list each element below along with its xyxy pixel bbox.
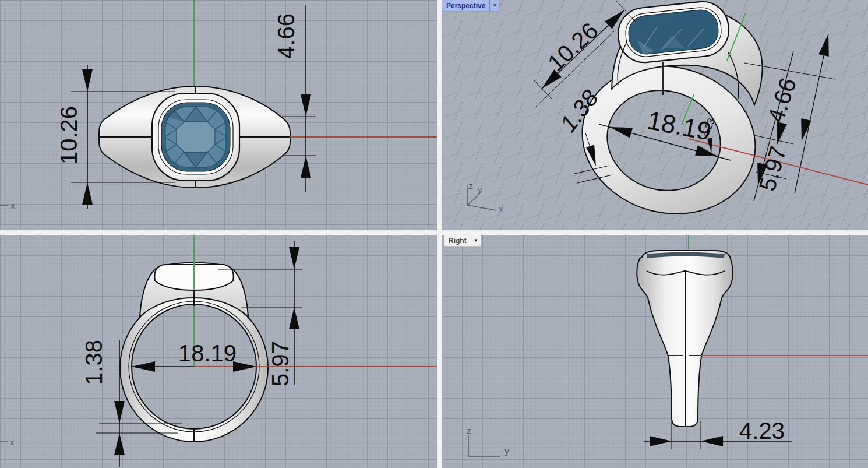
viewport-tab-right[interactable]: Right ▼ xyxy=(444,235,481,247)
viewport-perspective[interactable]: Perspective ▼ xyxy=(442,0,868,230)
viewport-top[interactable]: 10.26 4.66 x xyxy=(0,0,437,230)
axis-label-x: x xyxy=(10,200,15,210)
dim-label-front-inner-diameter: 18.19 xyxy=(178,342,237,365)
axis-label-z: z xyxy=(468,181,473,191)
viewport-tab-label: Perspective xyxy=(442,0,489,11)
dim-label-front-band-thickness: 1.38 xyxy=(82,340,105,385)
dim-label-top-tip-height: 4.66 xyxy=(274,13,298,59)
viewport-tab-label: Right xyxy=(444,235,471,246)
dropdown-arrow-icon[interactable]: ▼ xyxy=(489,0,499,11)
axis-label-x: x xyxy=(499,204,503,214)
axis-gizmo xyxy=(468,435,500,456)
dropdown-arrow-icon[interactable]: ▼ xyxy=(471,235,481,246)
viewport-right[interactable]: Right ▼ xyxy=(442,235,868,468)
right-view-drawing xyxy=(442,235,868,468)
axis-label-y: y xyxy=(478,185,482,195)
axis-label-x: x xyxy=(10,437,15,447)
viewport-front[interactable]: 18.19 5.97 1.38 x xyxy=(0,235,437,468)
ring-profile xyxy=(637,251,868,427)
ring-band xyxy=(99,86,437,188)
gem-stone-top xyxy=(161,103,230,171)
dim-label-front-head-height: 5.97 xyxy=(269,341,292,386)
axis-label-z: z xyxy=(467,425,471,435)
viewport-tab-perspective[interactable]: Perspective ▼ xyxy=(442,0,500,12)
dim-label-right-band-width: 4.23 xyxy=(739,419,785,442)
dim-label-top-width: 10.26 xyxy=(57,106,80,164)
rhino-four-viewport-workspace: 10.26 4.66 x Perspective ▼ xyxy=(0,0,868,468)
axis-label-y: y xyxy=(504,446,509,456)
